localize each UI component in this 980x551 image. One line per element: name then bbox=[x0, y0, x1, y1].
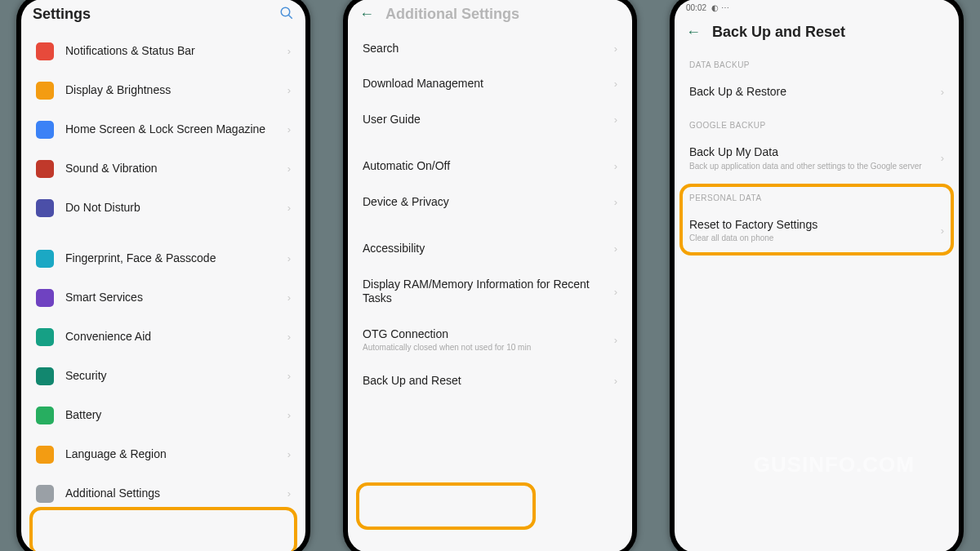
list-item[interactable]: Security› bbox=[21, 357, 305, 396]
list-item[interactable]: Fingerprint, Face & Passcode› bbox=[21, 239, 305, 278]
list-item[interactable]: Download Management› bbox=[348, 66, 632, 102]
phone-additional-settings: ← Additional Settings Search›Download Ma… bbox=[343, 0, 637, 551]
item-sublabel: Back up application data and other setti… bbox=[689, 162, 929, 171]
item-icon bbox=[36, 367, 54, 385]
chevron-right-icon: › bbox=[941, 86, 944, 98]
status-icons: ◐ ⋯ bbox=[711, 3, 729, 12]
header: ← Back Up and Reset bbox=[675, 17, 959, 49]
chevron-right-icon: › bbox=[287, 291, 291, 304]
highlight-box bbox=[29, 507, 297, 552]
list-item[interactable]: Do Not Disturb› bbox=[21, 189, 305, 228]
item-label: Security bbox=[65, 369, 276, 384]
item-label: Do Not Disturb bbox=[65, 201, 276, 216]
page-title: Additional Settings bbox=[385, 6, 621, 23]
list-item[interactable]: Smart Services› bbox=[21, 278, 305, 318]
item-sublabel: Automatically closed when not used for 1… bbox=[363, 343, 603, 353]
chevron-right-icon: › bbox=[287, 84, 291, 96]
item-label: Sound & Vibration bbox=[65, 162, 276, 176]
list-item[interactable]: Home Screen & Lock Screen Magazine› bbox=[21, 110, 305, 149]
section-header: DATA BACKUP bbox=[675, 49, 959, 74]
item-icon bbox=[36, 446, 54, 464]
chevron-right-icon: › bbox=[287, 409, 291, 421]
item-icon bbox=[36, 199, 54, 217]
section-header: GOOGLE BACKUP bbox=[675, 109, 959, 135]
item-label: Display RAM/Memory Information for Recen… bbox=[363, 278, 603, 306]
screen: Settings Notifications & Status Bar›Disp… bbox=[21, 0, 305, 551]
list-item[interactable]: User Guide› bbox=[348, 102, 632, 138]
chevron-right-icon: › bbox=[614, 334, 617, 346]
header: ← Additional Settings bbox=[348, 0, 632, 31]
list-item[interactable]: Additional Settings› bbox=[21, 474, 305, 513]
item-label: Display & Brightness bbox=[65, 83, 276, 98]
list-item[interactable]: Reset to Factory SettingsClear all data … bbox=[675, 207, 959, 255]
chevron-right-icon: › bbox=[287, 123, 291, 136]
section-header: PERSONAL DATA bbox=[675, 182, 959, 207]
list-item[interactable]: OTG ConnectionAutomatically closed when … bbox=[348, 317, 632, 364]
item-label: Device & Privacy bbox=[363, 195, 603, 210]
settings-list: Notifications & Status Bar›Display & Bri… bbox=[21, 32, 305, 513]
item-icon bbox=[36, 160, 54, 178]
phone-settings: Settings Notifications & Status Bar›Disp… bbox=[16, 0, 310, 551]
item-label: Back Up My Data bbox=[689, 145, 929, 160]
svg-line-1 bbox=[288, 15, 292, 19]
item-icon bbox=[36, 250, 54, 268]
list-item[interactable]: Back Up & Restore› bbox=[675, 74, 959, 110]
page-title: Settings bbox=[33, 6, 268, 23]
item-icon bbox=[36, 289, 54, 307]
page-title: Back Up and Reset bbox=[712, 24, 947, 41]
item-label: Download Management bbox=[363, 77, 603, 91]
item-label: Convenience Aid bbox=[65, 330, 276, 344]
list-item[interactable]: Notifications & Status Bar› bbox=[21, 32, 305, 71]
list-item[interactable]: Automatic On/Off› bbox=[348, 149, 632, 184]
status-time: 00:02 bbox=[686, 3, 706, 12]
item-icon bbox=[36, 328, 54, 346]
list-item[interactable]: Back Up and Reset› bbox=[348, 363, 632, 399]
phone-backup-reset: 00:02 ◐ ⋯ ← Back Up and Reset DATA BACKU… bbox=[670, 0, 964, 551]
list-item[interactable]: Search› bbox=[348, 31, 632, 67]
chevron-right-icon: › bbox=[287, 162, 291, 175]
chevron-right-icon: › bbox=[287, 202, 291, 214]
list-item[interactable]: Display & Brightness› bbox=[21, 71, 305, 110]
back-icon[interactable]: ← bbox=[359, 6, 374, 23]
chevron-right-icon: › bbox=[287, 448, 291, 460]
item-label: Search bbox=[363, 42, 603, 56]
chevron-right-icon: › bbox=[941, 224, 944, 237]
item-label: Battery bbox=[65, 408, 276, 423]
list-item[interactable]: Language & Region› bbox=[21, 435, 305, 474]
list-item[interactable]: Sound & Vibration› bbox=[21, 149, 305, 189]
chevron-right-icon: › bbox=[287, 252, 291, 264]
list-item[interactable]: Device & Privacy› bbox=[348, 184, 632, 220]
screen: 00:02 ◐ ⋯ ← Back Up and Reset DATA BACKU… bbox=[675, 0, 959, 551]
item-icon bbox=[36, 82, 54, 100]
chevron-right-icon: › bbox=[614, 113, 617, 126]
item-sublabel: Clear all data on phone bbox=[689, 233, 929, 243]
item-label: Back Up and Reset bbox=[363, 374, 603, 389]
chevron-right-icon: › bbox=[614, 78, 617, 90]
item-label: Back Up & Restore bbox=[689, 85, 929, 100]
list-item[interactable]: Battery› bbox=[21, 396, 305, 435]
header: Settings bbox=[21, 0, 305, 32]
chevron-right-icon: › bbox=[614, 42, 617, 55]
item-icon bbox=[36, 407, 54, 424]
back-icon[interactable]: ← bbox=[686, 24, 701, 41]
additional-settings-list: Search›Download Management›User Guide›Au… bbox=[348, 31, 632, 399]
list-item[interactable]: Back Up My DataBack up application data … bbox=[675, 135, 959, 182]
chevron-right-icon: › bbox=[614, 160, 617, 172]
list-item[interactable]: Accessibility› bbox=[348, 231, 632, 267]
item-label: Notifications & Status Bar bbox=[65, 44, 276, 59]
list-item[interactable]: Display RAM/Memory Information for Recen… bbox=[348, 267, 632, 317]
item-label: Language & Region bbox=[65, 447, 276, 462]
backup-reset-list: DATA BACKUPBack Up & Restore›GOOGLE BACK… bbox=[675, 49, 959, 353]
item-icon bbox=[36, 485, 54, 503]
svg-point-0 bbox=[281, 7, 290, 16]
status-bar: 00:02 ◐ ⋯ bbox=[675, 0, 959, 17]
item-label: Accessibility bbox=[363, 242, 603, 256]
chevron-right-icon: › bbox=[614, 196, 617, 208]
item-icon bbox=[36, 42, 54, 60]
chevron-right-icon: › bbox=[614, 286, 617, 298]
item-icon bbox=[36, 121, 54, 139]
list-item[interactable]: Convenience Aid› bbox=[21, 318, 305, 357]
chevron-right-icon: › bbox=[614, 375, 617, 387]
chevron-right-icon: › bbox=[287, 45, 291, 57]
search-icon[interactable] bbox=[279, 6, 294, 24]
